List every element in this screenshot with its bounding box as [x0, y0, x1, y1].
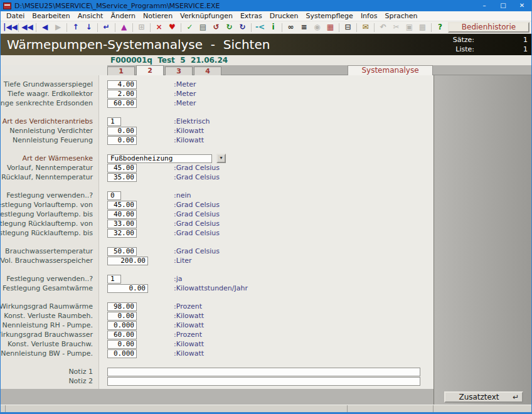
- field-unit: :ja: [174, 275, 183, 283]
- field-input-wrap: 200.00: [107, 257, 174, 265]
- field-input-wrap: 33.00: [107, 220, 174, 228]
- copy-icon[interactable]: ▣: [403, 21, 416, 33]
- field-input[interactable]: 60.00: [107, 99, 137, 108]
- move-up-icon[interactable]: ↑: [69, 21, 82, 33]
- mail-icon[interactable]: ✉: [359, 21, 372, 33]
- field-input[interactable]: 1: [107, 117, 121, 126]
- field-input[interactable]: 0.000: [107, 349, 137, 358]
- tab-page-4[interactable]: 4: [194, 66, 221, 75]
- field-input[interactable]: 0.00: [107, 136, 137, 145]
- heat-sink-dropdown[interactable]: Fußbodenheizung: [107, 154, 212, 163]
- branch-icon[interactable]: -<: [253, 21, 267, 33]
- maximize-button[interactable]: □: [494, 0, 513, 11]
- tab-page-1[interactable]: 1: [107, 66, 135, 75]
- field-input-wrap: 98.00: [107, 302, 174, 311]
- confirm-icon[interactable]: ✓: [183, 21, 196, 33]
- menu-item-drucken[interactable]: Drucken: [266, 11, 302, 21]
- paste-icon[interactable]: ▩: [416, 21, 429, 33]
- tab-systemanalyse[interactable]: Systemanalyse: [348, 65, 433, 75]
- field-input[interactable]: 1: [107, 275, 121, 284]
- toolbar: |◀◀◀◀◀▶↑↓↵▲⊞×♥✓▤↺↻↻-<i∞≡◉▦⊟✉↶✂▣▩? Bedien…: [1, 21, 531, 34]
- field-input[interactable]: 0.00: [107, 340, 137, 349]
- field-group: Art des Verdichterantriebs1:ElektrischNe…: [1, 117, 434, 145]
- field-group: Art der WärmesenkeFußbodenheizung▾Vorlau…: [1, 154, 434, 182]
- tab-page-3[interactable]: 3: [165, 66, 193, 75]
- field-input[interactable]: 60.00: [107, 331, 137, 339]
- field-input[interactable]: 0.00: [107, 284, 148, 293]
- field-input[interactable]: 0: [107, 191, 121, 200]
- search-binoculars-icon[interactable]: ∞: [284, 21, 297, 33]
- field-input[interactable]: [107, 377, 420, 386]
- menu-item-systempflege[interactable]: Systempflege: [302, 11, 356, 21]
- menu-item-datei[interactable]: Datei: [3, 11, 28, 21]
- list-icon[interactable]: ≡: [297, 21, 311, 33]
- menu-item-sprachen[interactable]: Sprachen: [381, 11, 421, 21]
- next-record-icon[interactable]: ▶: [51, 21, 65, 33]
- form-region: Tiefe Grundwasserspiegel4.00:MeterTiefe …: [1, 75, 434, 389]
- field-input[interactable]: 0.00: [107, 312, 137, 321]
- field-input[interactable]: 35.00: [107, 173, 137, 182]
- tab-page-2[interactable]: 2: [136, 65, 164, 75]
- enter-icon[interactable]: ↵: [100, 21, 113, 33]
- move-down-icon[interactable]: ↓: [82, 21, 95, 33]
- help-icon[interactable]: ?: [434, 21, 447, 33]
- menu-item-infos[interactable]: Infos: [357, 11, 381, 21]
- field-row-vorlauf-nenntemperatur: Vorlauf, Nenntemperatur45.00:Grad Celsiu…: [1, 163, 434, 172]
- info-icon[interactable]: i: [267, 21, 280, 33]
- close-button[interactable]: ✕: [513, 0, 531, 11]
- field-input-wrap: 60.00: [107, 99, 174, 108]
- prev-page-icon[interactable]: ◀◀: [21, 21, 34, 33]
- refresh-red-icon[interactable]: ↺: [210, 21, 223, 33]
- menu-item-extras[interactable]: Extras: [237, 11, 266, 21]
- menu-item-verkn-pfungen[interactable]: Verknüpfungen: [176, 11, 237, 21]
- field-input-wrap: 60.00: [107, 331, 174, 339]
- favorite-icon[interactable]: ♥: [166, 21, 179, 33]
- field-input-wrap: 1: [107, 275, 174, 284]
- field-unit: :Liter: [174, 257, 192, 265]
- field-input[interactable]: 32.00: [107, 229, 137, 238]
- menu-item-ndern[interactable]: Ändern: [107, 11, 139, 21]
- refresh-blue-icon[interactable]: ↻: [236, 21, 249, 33]
- field-input[interactable]: 2.00: [107, 90, 137, 98]
- field-unit: :Grad Celsius: [174, 173, 220, 181]
- field-input[interactable]: 98.00: [107, 302, 137, 311]
- menu-item-bearbeiten[interactable]: Bearbeiten: [28, 11, 73, 21]
- menu-item-notieren[interactable]: Notieren: [139, 11, 176, 21]
- field-unit: :Kilowatt: [174, 321, 204, 329]
- field-input[interactable]: 40.00: [107, 210, 137, 219]
- palette-icon[interactable]: ▦: [324, 21, 337, 33]
- field-input[interactable]: 45.00: [107, 164, 137, 172]
- field-input[interactable]: 0.000: [107, 321, 137, 330]
- field-input[interactable]: 0.00: [107, 127, 137, 135]
- link-icon[interactable]: ⊞: [135, 21, 148, 33]
- field-input[interactable]: [107, 368, 420, 376]
- eye-icon[interactable]: ◉: [311, 21, 324, 33]
- bedienhistorie-button[interactable]: Bedienhistorie: [448, 22, 529, 33]
- dropdown-arrow-button[interactable]: ▾: [216, 154, 226, 163]
- field-input-wrap: 0.00: [107, 136, 174, 145]
- tab-row-left-segment: [1, 65, 107, 75]
- toolbar-separator: [181, 23, 181, 32]
- field-input[interactable]: 4.00: [107, 80, 137, 89]
- field-input[interactable]: 45.00: [107, 201, 137, 210]
- minimize-button[interactable]: –: [475, 0, 494, 11]
- toolbar-separator: [36, 23, 36, 32]
- field-input-wrap: 0.00: [107, 284, 174, 293]
- field-row-festlegung-vorlauftemp-bis: Festlegung Vorlauftemp. bis40.00:Grad Ce…: [1, 210, 434, 219]
- form-icon[interactable]: ▤: [196, 21, 210, 33]
- field-input[interactable]: 200.00: [107, 257, 148, 265]
- prev-record-icon[interactable]: ◀: [38, 21, 51, 33]
- stamp-icon[interactable]: ▲: [117, 21, 130, 33]
- field-row-festlegung-verwenden: Festlegung verwenden..?1:ja: [1, 274, 434, 284]
- field-row-festlegung-vorlauftemp-von: Festlegung Vorlauftemp. von45.00:Grad Ce…: [1, 200, 434, 210]
- zusatztext-button[interactable]: Zusatztext ↵: [444, 391, 523, 403]
- print-icon[interactable]: ⊟: [341, 21, 354, 33]
- refresh-green-icon[interactable]: ↻: [223, 21, 236, 33]
- field-input[interactable]: 50.00: [107, 247, 137, 256]
- menu-item-ansicht[interactable]: Ansicht: [74, 11, 107, 21]
- first-record-icon[interactable]: |◀◀: [3, 21, 16, 33]
- cut-icon[interactable]: ✂: [390, 21, 403, 33]
- undo-icon[interactable]: ↶: [376, 21, 390, 33]
- delete-icon[interactable]: ×: [152, 21, 166, 33]
- field-input[interactable]: 33.00: [107, 220, 137, 228]
